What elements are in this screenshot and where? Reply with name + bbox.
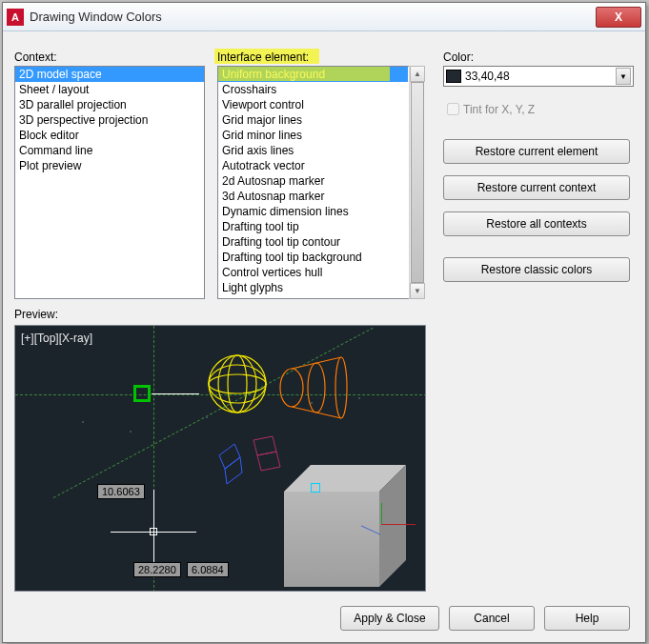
axis-x (381, 524, 416, 525)
restore-current-element-button[interactable]: Restore current element (443, 139, 630, 164)
preview-label: Preview: (14, 308, 58, 321)
tint-checkbox (447, 103, 459, 115)
scroll-down-button[interactable]: ▼ (410, 283, 425, 299)
grid-dot (206, 416, 208, 418)
interface-label: Interface element: (217, 50, 425, 64)
context-item[interactable]: 3D parallel projection (15, 97, 204, 112)
vertex-marker-icon (311, 483, 320, 493)
dimension-value: 6.0884 (187, 562, 229, 577)
context-section: Context: 2D model spaceSheet / layout3D … (14, 50, 205, 299)
color-value: 33,40,48 (465, 70, 616, 83)
color-label: Color: (443, 50, 634, 64)
crosshair-box-icon (150, 528, 157, 535)
interface-item[interactable]: 2d Autosnap marker (218, 173, 408, 189)
interface-item[interactable]: Viewport control (218, 97, 408, 112)
tint-row: Tint for X, Y, Z (443, 100, 634, 118)
restore-classic-colors-button[interactable]: Restore classic colors (443, 257, 630, 282)
interface-item[interactable]: Uniform background (218, 67, 408, 82)
interface-item[interactable]: Autotrack vector (218, 158, 408, 173)
svg-point-2 (209, 365, 266, 403)
svg-point-6 (335, 357, 347, 418)
svg-point-3 (228, 355, 247, 413)
interface-item[interactable]: 3d Autosnap marker (218, 189, 408, 204)
titlebar: A Drawing Window Colors X (3, 3, 645, 31)
cube-front (284, 492, 379, 587)
interface-item[interactable]: Crosshairs (218, 82, 408, 97)
color-dropdown[interactable]: 33,40,48 ▼ (443, 66, 634, 87)
context-item[interactable]: 2D model space (15, 67, 204, 82)
interface-item[interactable]: Light glyphs (218, 280, 408, 295)
dialog-buttons: Apply & Close Cancel Help (340, 606, 630, 631)
svg-point-0 (209, 355, 266, 413)
interface-item[interactable]: Grid minor lines (218, 128, 408, 143)
interface-item[interactable]: Drafting tool tip (218, 219, 408, 234)
apply-close-button[interactable]: Apply & Close (340, 606, 439, 631)
context-item[interactable]: Plot preview (15, 158, 204, 173)
app-logo-icon: A (7, 9, 24, 26)
help-button[interactable]: Help (544, 606, 630, 631)
context-item[interactable]: 3D perspective projection (15, 112, 204, 128)
context-item[interactable]: Command line (15, 143, 204, 158)
wire-cone-icon (273, 354, 358, 421)
context-listbox[interactable]: 2D model spaceSheet / layout3D parallel … (14, 66, 205, 299)
interface-item[interactable]: Grid axis lines (218, 143, 408, 158)
svg-marker-11 (225, 457, 242, 484)
interface-item[interactable]: Dynamic dimension lines (218, 204, 408, 219)
wire-sphere-icon (206, 352, 269, 415)
grid-dot (358, 397, 360, 399)
context-item[interactable]: Block editor (15, 128, 204, 143)
scrollbar[interactable]: ▲ ▼ (409, 66, 425, 299)
svg-point-4 (218, 355, 256, 413)
interface-listbox[interactable]: Uniform backgroundCrosshairsViewport con… (217, 66, 425, 299)
wire-blocks-icon (213, 431, 290, 488)
track-line (152, 393, 199, 394)
grid-dot (82, 421, 84, 423)
restore-current-context-button[interactable]: Restore current context (443, 175, 630, 200)
interface-listbox-wrap: Uniform backgroundCrosshairsViewport con… (217, 66, 425, 299)
context-item[interactable]: Sheet / layout (15, 82, 204, 97)
color-swatch-icon (446, 70, 461, 83)
dialog-window: A Drawing Window Colors X Context: 2D mo… (2, 2, 646, 643)
dialog-content: Context: 2D model spaceSheet / layout3D … (14, 41, 634, 631)
interface-item[interactable]: Drafting tool tip background (218, 250, 408, 265)
svg-point-1 (209, 374, 266, 393)
viewport-controls-label: [+][Top][X-ray] (21, 332, 92, 345)
window-title: Drawing Window Colors (30, 10, 596, 24)
preview-viewport: [+][Top][X-ray] (14, 325, 426, 592)
restore-all-contexts-button[interactable]: Restore all contexts (443, 211, 630, 236)
close-button[interactable]: X (596, 7, 641, 28)
dimension-value: 28.2280 (133, 562, 181, 577)
chevron-down-icon[interactable]: ▼ (616, 68, 631, 85)
cancel-button[interactable]: Cancel (449, 606, 535, 631)
interface-item[interactable]: Drafting tool tip contour (218, 234, 408, 250)
snap-marker-icon (133, 385, 151, 402)
scroll-up-button[interactable]: ▲ (410, 66, 425, 82)
svg-marker-13 (257, 452, 280, 471)
axis-y (381, 503, 382, 524)
color-section: Color: 33,40,48 ▼ Tint for X, Y, Z Resto… (443, 50, 634, 293)
scroll-thumb[interactable] (411, 82, 424, 283)
interface-item[interactable]: Grid major lines (218, 112, 408, 128)
tint-label: Tint for X, Y, Z (463, 103, 535, 116)
interface-section: Interface element: Uniform backgroundCro… (217, 50, 425, 299)
svg-point-5 (280, 369, 303, 407)
context-label: Context: (14, 50, 205, 64)
dimension-value: 10.6063 (97, 484, 145, 499)
restore-buttons: Restore current element Restore current … (443, 139, 634, 282)
interface-item[interactable]: Control vertices hull (218, 265, 408, 280)
grid-dot (130, 431, 132, 433)
svg-point-9 (308, 363, 325, 413)
